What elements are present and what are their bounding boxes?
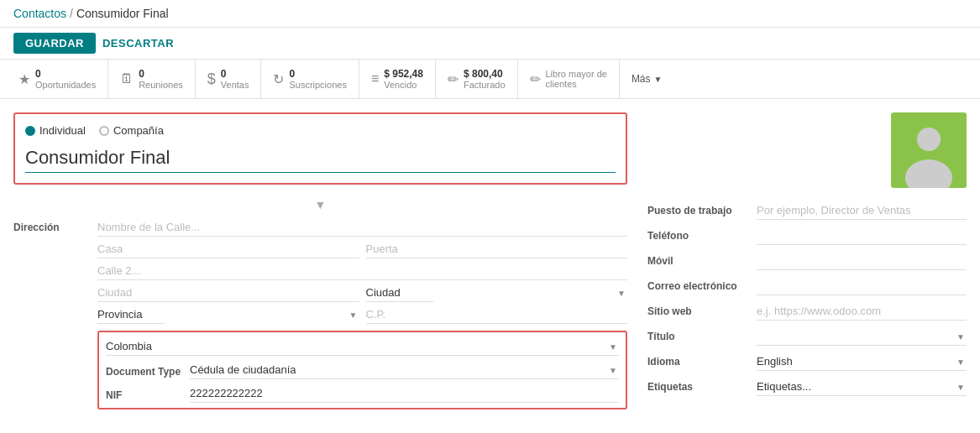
door-input[interactable] <box>366 240 628 258</box>
document-type-label: Document Type <box>106 363 190 378</box>
nif-input[interactable] <box>190 384 619 403</box>
sitio-row: Sitio web <box>647 302 967 321</box>
movil-input[interactable] <box>757 252 967 270</box>
titulo-row: Título ▼ <box>647 327 967 346</box>
main-content: Individual Compañía ▼ Dirección <box>0 99 980 430</box>
street-input[interactable] <box>97 218 627 237</box>
dollar-icon: $ <box>207 70 216 88</box>
idioma-row: Idioma English ▼ <box>647 352 967 371</box>
name-section: Individual Compañía <box>13 112 627 185</box>
stat-facturado[interactable]: ✏ $ 800,40 Facturado <box>436 60 518 98</box>
puesto-field <box>757 201 967 220</box>
more-button[interactable]: Más ▼ <box>620 60 674 98</box>
stat-libro[interactable]: ✏ Libro mayor de clientes <box>518 60 620 98</box>
idioma-select-wrap: English ▼ <box>757 352 967 371</box>
country-select[interactable]: Colombia <box>106 337 619 356</box>
list-icon: ≡ <box>371 71 379 86</box>
toolbar: GUARDAR DESCARTAR <box>0 28 980 60</box>
contact-name-input[interactable] <box>25 143 616 173</box>
correo-input[interactable] <box>757 277 967 295</box>
telefono-label: Teléfono <box>647 230 757 242</box>
expand-button[interactable]: ▼ <box>13 198 627 211</box>
book-icon: ✏ <box>530 71 541 87</box>
stat-ventas[interactable]: $ 0 Ventas <box>196 60 262 98</box>
address-fields: Ciudad ▼ Provincia ▼ <box>97 218 627 410</box>
stat-oportunidades[interactable]: ★ 0 Oportunidades <box>7 60 108 98</box>
etiquetas-select-wrap: Etiquetas... ▼ <box>757 378 967 396</box>
city-input[interactable] <box>97 284 359 302</box>
radio-individual[interactable]: Individual <box>25 124 86 137</box>
refresh-icon: ↻ <box>273 71 284 87</box>
province-arrow: ▼ <box>349 310 358 320</box>
sitio-label: Sitio web <box>647 305 757 317</box>
titulo-label: Título <box>647 331 757 342</box>
stat-label-oportunidades: 0 Oportunidades <box>35 68 96 90</box>
correo-row: Correo electrónico <box>647 277 967 295</box>
province-row: Provincia ▼ <box>97 305 627 324</box>
doc-type-select-wrap: Cédula de ciudadanía ▼ <box>190 361 619 379</box>
avatar[interactable] <box>891 112 967 188</box>
stat-suscripciones[interactable]: ↻ 0 Suscripciones <box>261 60 359 98</box>
edit-icon: ✏ <box>448 71 459 87</box>
street2-input[interactable] <box>97 262 627 280</box>
right-form: Puesto de trabajo Teléfono Móvil Correo … <box>647 201 967 396</box>
doc-type-select[interactable]: Cédula de ciudadanía <box>190 361 619 379</box>
nif-label: NIF <box>106 386 190 401</box>
stat-vencido[interactable]: ≡ $ 952,48 Vencido <box>359 60 436 98</box>
radio-company[interactable]: Compañía <box>99 124 164 137</box>
movil-row: Móvil <box>647 252 967 270</box>
idioma-label: Idioma <box>647 356 757 368</box>
stat-reuniones[interactable]: 🗓 0 Reuniones <box>108 60 196 98</box>
stat-label-suscripciones: 0 Suscripciones <box>289 68 346 90</box>
titulo-select-wrap: ▼ <box>757 327 967 346</box>
breadcrumb-parent[interactable]: Contactos <box>13 7 66 20</box>
puesto-row: Puesto de trabajo <box>647 201 967 220</box>
discard-button[interactable]: DESCARTAR <box>102 37 174 50</box>
stat-label-vencido: $ 952,48 Vencido <box>384 68 423 90</box>
nif-row: NIF <box>106 384 619 403</box>
movil-field <box>757 252 967 270</box>
radio-active-dot <box>25 126 35 136</box>
correo-field <box>757 277 967 295</box>
svg-point-0 <box>917 128 941 151</box>
svg-point-1 <box>905 159 952 188</box>
etiquetas-label: Etiquetas <box>647 381 757 393</box>
puesto-label: Puesto de trabajo <box>647 205 757 216</box>
province-select[interactable]: Provincia <box>97 305 165 324</box>
idioma-select[interactable]: English <box>757 352 967 371</box>
stat-label-facturado: $ 800,40 Facturado <box>464 68 506 90</box>
right-panel: Puesto de trabajo Teléfono Móvil Correo … <box>647 112 967 416</box>
telefono-field <box>757 227 967 245</box>
save-button[interactable]: GUARDAR <box>13 33 96 54</box>
titulo-select[interactable] <box>757 327 967 346</box>
etiquetas-field: Etiquetas... ▼ <box>757 378 967 396</box>
stats-bar: ★ 0 Oportunidades 🗓 0 Reuniones $ 0 Vent… <box>0 60 980 99</box>
city-select-wrap: Ciudad ▼ <box>366 284 628 302</box>
etiquetas-row: Etiquetas Etiquetas... ▼ <box>647 378 967 396</box>
city-select-arrow: ▼ <box>617 289 626 298</box>
puesto-input[interactable] <box>757 201 967 220</box>
country-doc-section: Colombia ▼ Document Type Cédula de ciuda… <box>97 331 627 410</box>
sitio-input[interactable] <box>757 302 967 321</box>
radio-individual-label: Individual <box>39 124 86 137</box>
breadcrumb-current: Consumidor Final <box>76 7 169 20</box>
address-row: Dirección Ciudad ▼ <box>13 218 627 410</box>
city-select[interactable]: Ciudad <box>366 284 433 302</box>
telefono-row: Teléfono <box>647 227 967 245</box>
breadcrumb-separator: / <box>70 7 73 20</box>
idioma-field: English ▼ <box>757 352 967 371</box>
house-door-row <box>97 240 627 258</box>
chevron-down-icon: ▼ <box>654 75 663 84</box>
stat-label-ventas: 0 Ventas <box>221 68 249 90</box>
etiquetas-select[interactable]: Etiquetas... <box>757 378 967 396</box>
stat-label-reuniones: 0 Reuniones <box>139 68 183 90</box>
radio-inactive-dot <box>99 126 109 136</box>
titulo-field: ▼ <box>757 327 967 346</box>
telefono-input[interactable] <box>757 227 967 245</box>
star-icon: ★ <box>18 71 30 87</box>
movil-label: Móvil <box>647 255 757 267</box>
house-input[interactable] <box>97 240 359 258</box>
chevron-down-icon: ▼ <box>315 198 327 211</box>
cp-input[interactable] <box>366 305 628 324</box>
correo-label: Correo electrónico <box>647 280 757 292</box>
